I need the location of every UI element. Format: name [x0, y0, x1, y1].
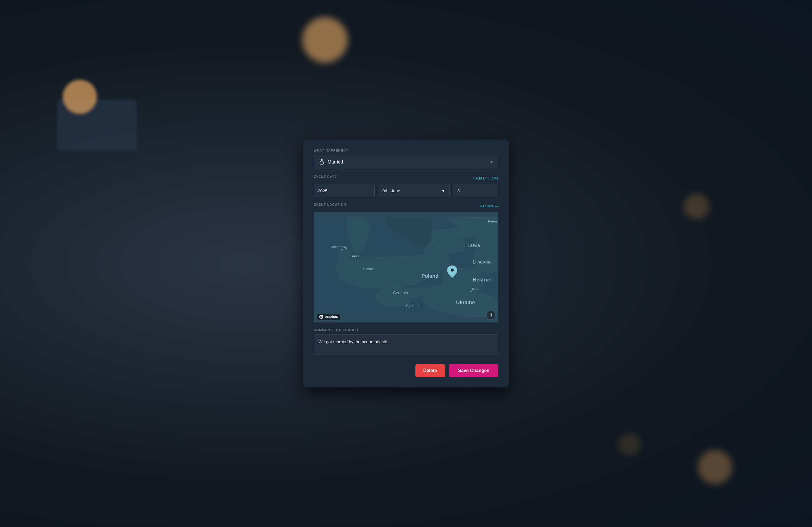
svg-point-13 — [341, 249, 343, 250]
bg-decoration-4 — [618, 433, 641, 456]
event-date-section: EVENT DATE + Add End Date 2025 06 - June… — [314, 175, 498, 197]
event-date-label: EVENT DATE — [314, 175, 337, 178]
svg-text:Gothenburg: Gothenburg — [330, 245, 347, 249]
map-svg: Estonia Latvia Lithuania Belarus Ukraine… — [314, 212, 498, 322]
svg-text:Poland: Poland — [421, 273, 438, 279]
year-input[interactable]: 2025 — [314, 184, 375, 197]
mapbox-logo: M mapbox — [319, 315, 338, 319]
add-end-date-button[interactable]: + Add End Date — [473, 176, 498, 180]
event-date-header: EVENT DATE + Add End Date — [314, 175, 498, 181]
delete-button[interactable]: Delete — [416, 364, 445, 377]
edit-event-modal: WHAT HAPPENED? 💍 Married ▼ EVENT DATE + … — [303, 139, 509, 388]
month-arrow-icon: ▼ — [441, 188, 445, 193]
svg-text:Kyiv: Kyiv — [472, 287, 478, 291]
svg-text:Czechia: Czechia — [393, 290, 408, 295]
svg-text:Belarus: Belarus — [473, 277, 492, 283]
married-icon: 💍 — [318, 159, 325, 165]
mapbox-attribution: M mapbox — [317, 314, 340, 320]
map-container[interactable]: Estonia Latvia Lithuania Belarus Ukraine… — [314, 212, 498, 322]
svg-text:Lithuania: Lithuania — [473, 259, 492, 265]
map-info-button[interactable]: ℹ — [487, 311, 495, 320]
svg-text:mark: mark — [352, 254, 360, 258]
comments-label: COMMENTS (OPTIONAL) — [314, 328, 498, 332]
event-location-label: EVENT LOCATION — [314, 203, 346, 206]
svg-text:Berlin: Berlin — [366, 267, 375, 271]
action-buttons-row: Delete Save Changes — [314, 364, 498, 377]
svg-text:Slovakia: Slovakia — [406, 304, 421, 308]
what-happened-label: WHAT HAPPENED? — [314, 149, 498, 152]
bg-profile-avatar — [63, 80, 97, 114]
mapbox-logo-circle: M — [319, 315, 323, 319]
bg-decoration-2 — [698, 450, 732, 484]
bg-decoration-3 — [684, 194, 709, 219]
what-happened-section: WHAT HAPPENED? 💍 Married ▼ — [314, 149, 498, 169]
event-location-header: EVENT LOCATION Remove — — [314, 203, 498, 209]
day-input[interactable]: 31 — [453, 184, 498, 197]
event-location-section: EVENT LOCATION Remove — — [314, 203, 498, 322]
svg-text:Petersburg: Petersburg — [488, 219, 498, 223]
save-changes-button[interactable]: Save Changes — [449, 364, 498, 377]
dropdown-value-text: Married — [328, 160, 343, 165]
comments-input[interactable] — [314, 334, 498, 355]
dropdown-arrow-icon: ▼ — [490, 160, 494, 164]
svg-text:Ukraine: Ukraine — [456, 300, 475, 305]
svg-text:Latvia: Latvia — [468, 243, 480, 248]
svg-point-10 — [363, 268, 364, 270]
dropdown-selected-value: 💍 Married — [318, 159, 343, 165]
svg-point-19 — [451, 269, 454, 272]
what-happened-dropdown[interactable]: 💍 Married ▼ — [314, 155, 498, 169]
bg-decoration-1 — [302, 17, 348, 63]
remove-location-button[interactable]: Remove — — [480, 204, 498, 208]
date-inputs-row: 2025 06 - June ▼ 31 — [314, 184, 498, 197]
comments-section: COMMENTS (OPTIONAL) — [314, 328, 498, 356]
month-dropdown[interactable]: 06 - June ▼ — [378, 184, 450, 197]
svg-point-17 — [470, 291, 471, 292]
svg-point-12 — [379, 270, 380, 271]
modal-wrapper: WHAT HAPPENED? 💍 Married ▼ EVENT DATE + … — [303, 139, 509, 388]
